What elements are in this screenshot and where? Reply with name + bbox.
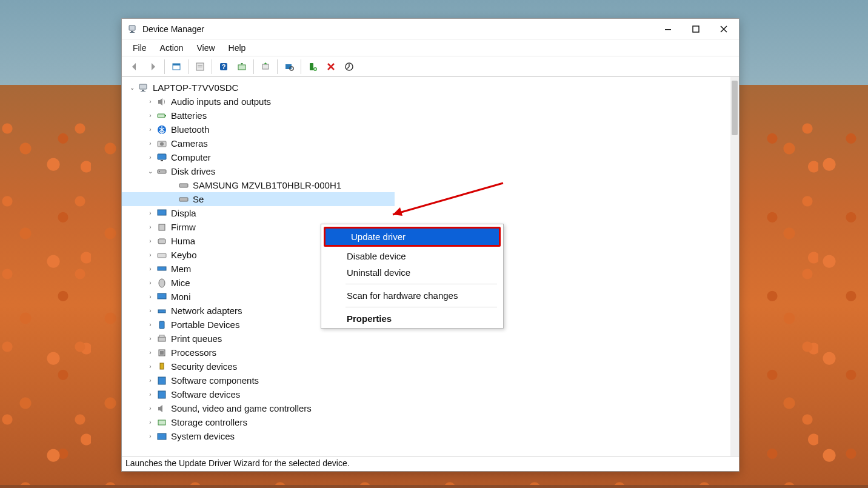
category-label: Firmw [171,222,196,232]
tree-category-cameras[interactable]: › Cameras [122,136,730,150]
toolbar-separator [277,59,278,74]
menu-file[interactable]: File [127,41,153,55]
properties-button[interactable] [192,58,209,75]
expand-icon[interactable]: › [146,321,155,329]
expand-icon[interactable]: › [146,363,155,371]
svg-rect-45 [160,351,164,355]
tree-category-security[interactable]: › Security devices [122,359,730,373]
svg-rect-16 [310,63,313,70]
context-update-driver[interactable]: Update driver [326,229,499,245]
software-icon [156,389,167,400]
category-label: Mem [171,264,191,274]
tree-category-sw-devices[interactable]: › Software devices [122,387,730,401]
show-hidden-button[interactable] [168,58,185,75]
monitor-icon [156,152,167,163]
tree-category-computer[interactable]: › Computer [122,150,730,164]
tree-category-printers[interactable]: › Print queues [122,332,730,346]
update-driver-button[interactable] [257,58,274,75]
svg-rect-42 [158,337,165,341]
svg-text:?: ? [222,63,226,70]
expand-icon[interactable]: › [146,223,155,232]
toolbar-separator [188,59,189,74]
category-label: Portable Devices [171,319,239,330]
expand-icon[interactable]: › [146,125,155,134]
system-icon [156,431,167,442]
svg-rect-50 [158,433,166,440]
svg-point-38 [159,279,165,287]
expand-icon[interactable]: › [146,237,155,246]
tree-device-selected[interactable]: Se [122,192,395,206]
svg-rect-13 [262,64,269,69]
tree-category-batteries[interactable]: › Batteries [122,109,730,122]
uninstall-button[interactable] [322,58,339,75]
expand-icon[interactable]: › [146,335,155,343]
tree-scrollbar[interactable] [730,77,739,456]
svg-rect-34 [159,224,165,230]
svg-rect-32 [179,198,188,201]
expand-icon[interactable]: › [146,432,155,441]
tree-category-sw-components[interactable]: › Software components [122,373,730,387]
tree-category-system[interactable]: › System devices [122,429,730,443]
context-properties[interactable]: Properties [321,310,503,327]
back-button[interactable] [126,58,143,75]
device-settings-button[interactable] [341,58,358,75]
tree-root[interactable]: ⌄ LAPTOP-T7VV0SDC [122,81,730,95]
device-label: Se [193,194,204,204]
expand-icon[interactable]: › [146,279,155,287]
expand-icon[interactable]: › [146,418,155,427]
category-label: Sound, video and game controllers [171,403,312,413]
expand-icon[interactable]: › [146,112,155,120]
menu-view[interactable]: View [190,41,221,55]
tree-category-storage[interactable]: › Storage controllers [122,415,730,429]
expand-icon[interactable]: › [146,139,155,148]
tree-category-audio[interactable]: › Audio inputs and outputs [122,95,730,109]
expand-icon[interactable]: › [146,376,155,385]
component-icon [156,375,167,386]
hid-icon [156,236,167,247]
close-button[interactable] [710,19,738,39]
mouse-icon [156,278,167,289]
toolbar-separator [301,59,301,74]
expand-icon[interactable]: › [146,349,155,357]
tree-category-processors[interactable]: › Processors [122,346,730,359]
device-label: SAMSUNG MZVLB1T0HBLR-000H1 [193,180,341,190]
category-label: Computer [171,152,211,162]
expand-icon[interactable]: › [146,293,155,301]
actions-button[interactable] [233,58,250,75]
expand-icon[interactable]: › [146,153,155,162]
help-button[interactable]: ? [215,58,232,75]
tree-category-disk-drives[interactable]: ⌄ Disk drives [122,164,730,178]
forward-button[interactable] [144,58,161,75]
tree-category-sound[interactable]: › Sound, video and game controllers [122,401,730,415]
menu-help[interactable]: Help [222,41,252,55]
expand-icon[interactable]: › [146,390,155,399]
expand-icon[interactable]: › [146,404,155,413]
svg-rect-19 [139,84,147,89]
expand-icon[interactable]: › [146,98,155,106]
collapse-icon[interactable]: ⌄ [146,167,155,176]
speaker-icon [156,96,167,107]
svg-rect-23 [165,115,166,116]
svg-rect-12 [238,65,245,70]
expand-icon[interactable]: › [146,251,155,259]
context-scan-hardware[interactable]: Scan for hardware changes [321,287,503,304]
tree-category-bluetooth[interactable]: › Bluetooth [122,122,730,136]
tree-device-samsung[interactable]: SAMSUNG MZVLB1T0HBLR-000H1 [122,178,730,192]
svg-rect-8 [198,65,202,65]
minimize-button[interactable] [654,19,682,39]
scan-hardware-button[interactable] [281,58,298,75]
menu-action[interactable]: Action [154,41,190,55]
context-uninstall-device[interactable]: Uninstall device [321,264,503,281]
svg-rect-33 [158,210,166,215]
collapse-icon[interactable]: ⌄ [128,84,136,92]
expand-icon[interactable]: › [146,265,155,273]
scrollbar-thumb[interactable] [732,81,738,135]
expand-icon[interactable]: › [146,307,155,315]
add-hardware-button[interactable] [304,58,321,75]
camera-icon [156,138,167,149]
tree-category-display[interactable]: › Displa [122,206,730,220]
expand-icon[interactable]: › [146,209,155,218]
maximize-button[interactable] [682,19,710,39]
titlebar[interactable]: Device Manager [122,19,739,39]
context-disable-device[interactable]: Disable device [321,248,503,264]
